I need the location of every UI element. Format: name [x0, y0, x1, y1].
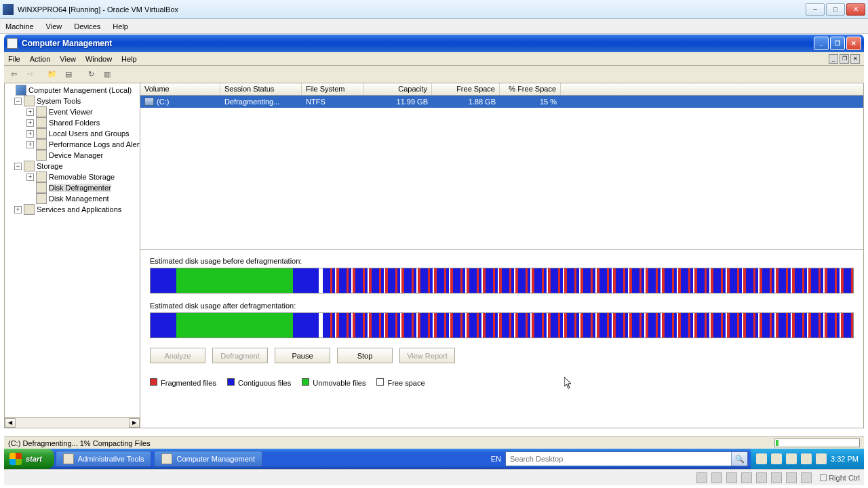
tray-icon[interactable] [756, 453, 767, 464]
mdi-minimize-icon[interactable]: _ [829, 54, 838, 64]
legend-swatch-unmovable [302, 378, 309, 386]
tree-storage[interactable]: Storage [37, 162, 63, 170]
tray-icon[interactable] [786, 453, 797, 464]
cm-menu-file[interactable]: File [8, 55, 20, 63]
pause-button[interactable]: Pause [275, 348, 330, 363]
legend-swatch-fragmented [150, 378, 157, 386]
tree-system-tools[interactable]: System Tools [37, 97, 81, 105]
vbox-maximize-button[interactable]: □ [826, 3, 845, 16]
tray-icon[interactable] [801, 453, 812, 464]
tray-icon[interactable] [771, 453, 782, 464]
cm-menu-action[interactable]: Action [30, 55, 51, 63]
vbox-mouse-icon[interactable] [801, 472, 812, 483]
desktop-search-input[interactable] [506, 455, 731, 463]
col-session-status[interactable]: Session Status [220, 83, 302, 95]
expand-toggle[interactable]: + [26, 174, 34, 181]
computer-management-icon [161, 453, 172, 464]
collapse-toggle[interactable]: − [14, 163, 22, 170]
taskbar-item-computer-management[interactable]: Computer Management [154, 451, 262, 467]
up-folder-icon[interactable]: 📁 [45, 68, 59, 81]
vbox-close-button[interactable]: ✕ [846, 3, 865, 16]
tree-shared-folders[interactable]: Shared Folders [49, 119, 100, 127]
cm-titlebar[interactable]: Computer Management _ ❐ ✕ [4, 35, 864, 52]
status-progress-bar [774, 439, 860, 447]
tray-icon[interactable] [816, 453, 827, 464]
legend-free: Free space [387, 379, 425, 387]
xp-taskbar[interactable]: start Administrative Tools Computer Mana… [4, 449, 864, 469]
volume-list[interactable]: Volume Session Status File System Capaci… [140, 83, 863, 250]
tree-removable-storage[interactable]: Removable Storage [49, 173, 115, 181]
language-indicator[interactable]: EN [487, 455, 505, 463]
start-button[interactable]: start [4, 449, 54, 469]
properties-icon[interactable]: ▤ [62, 68, 75, 81]
vbox-app-icon [3, 4, 14, 15]
event-viewer-icon [36, 106, 47, 117]
vbox-menu-devices[interactable]: Devices [73, 21, 102, 32]
vbox-display-icon[interactable] [771, 472, 782, 483]
scroll-right-icon[interactable]: ▶ [129, 418, 140, 428]
tree-services[interactable]: Services and Applications [37, 205, 121, 214]
tree-device-manager[interactable]: Device Manager [49, 151, 103, 159]
system-tray[interactable]: 3:32 PM [751, 449, 864, 469]
back-button[interactable]: ⇦ [7, 68, 20, 81]
tree-local-users[interactable]: Local Users and Groups [49, 129, 130, 138]
cm-close-button[interactable]: ✕ [846, 37, 861, 50]
expand-toggle[interactable]: + [26, 119, 34, 127]
volume-list-header: Volume Session Status File System Capaci… [140, 83, 863, 96]
forward-button[interactable]: ⇨ [23, 68, 37, 81]
legend-unmovable: Unmovable files [313, 379, 366, 387]
scroll-left-icon[interactable]: ◀ [5, 418, 16, 428]
export-list-icon[interactable]: ▥ [100, 68, 114, 81]
navigation-tree[interactable]: Computer Management (Local) −System Tool… [5, 83, 140, 428]
search-icon[interactable]: 🔍 [731, 452, 747, 466]
collapse-toggle[interactable]: − [14, 98, 22, 105]
col-free-space[interactable]: Free Space [432, 83, 500, 95]
stop-button[interactable]: Stop [337, 348, 393, 363]
expand-toggle[interactable]: + [26, 141, 34, 148]
volume-session: Defragmenting... [220, 98, 302, 106]
tree-event-viewer[interactable]: Event Viewer [49, 108, 93, 116]
vbox-network-icon[interactable] [726, 472, 737, 483]
vbox-menu-view[interactable]: View [45, 21, 64, 32]
storage-icon [24, 161, 35, 171]
vbox-recording-icon[interactable] [786, 472, 797, 483]
cm-minimize-button[interactable]: _ [814, 37, 829, 50]
expand-toggle[interactable]: + [26, 108, 34, 116]
cm-menu-window[interactable]: Window [85, 55, 112, 63]
mdi-close-icon[interactable]: ✕ [850, 54, 860, 64]
col-pct-free[interactable]: % Free Space [500, 83, 561, 95]
taskbar-item-admin-tools[interactable]: Administrative Tools [56, 451, 152, 467]
col-volume[interactable]: Volume [140, 83, 220, 95]
device-manager-icon [36, 150, 47, 161]
tree-horizontal-scrollbar[interactable]: ◀ ▶ [5, 417, 140, 428]
vbox-shared-folders-icon[interactable] [756, 472, 767, 483]
before-label: Estimated disk usage before defragmentat… [150, 257, 854, 265]
cm-menu-view[interactable]: View [60, 55, 76, 63]
vbox-cd-icon[interactable] [711, 472, 722, 483]
cm-restore-button[interactable]: ❐ [830, 37, 845, 50]
defragment-button: Defragment [212, 348, 268, 363]
tree-root[interactable]: Computer Management (Local) [28, 86, 132, 94]
expand-toggle[interactable]: + [26, 130, 34, 138]
after-label: Estimated disk usage after defragmentati… [150, 302, 854, 310]
vbox-usb-icon[interactable] [741, 472, 752, 483]
col-file-system[interactable]: File System [302, 83, 364, 95]
refresh-icon[interactable]: ↻ [84, 68, 98, 81]
vbox-status-bar: Right Ctrl [4, 469, 864, 485]
col-capacity[interactable]: Capacity [364, 83, 432, 95]
vbox-menu-help[interactable]: Help [111, 21, 130, 32]
taskbar-clock[interactable]: 3:32 PM [831, 455, 859, 463]
volume-row-c[interactable]: (C:) Defragmenting... NTFS 11.99 GB 1.88… [140, 96, 863, 108]
tree-disk-defragmenter[interactable]: Disk Defragmenter [49, 184, 111, 192]
mdi-restore-icon[interactable]: ❐ [840, 54, 849, 64]
vbox-menu-machine[interactable]: Machine [4, 21, 35, 32]
vbox-minimize-button[interactable]: – [806, 3, 825, 16]
defrag-bar-after [150, 312, 854, 338]
vbox-hdd-icon[interactable] [696, 472, 707, 483]
expand-toggle[interactable]: + [14, 206, 22, 214]
tree-disk-management[interactable]: Disk Management [49, 195, 109, 203]
desktop-search[interactable]: 🔍 [505, 451, 748, 466]
vbox-host-key: Right Ctrl [820, 474, 860, 482]
cm-menu-help[interactable]: Help [121, 55, 137, 63]
tree-perf-logs[interactable]: Performance Logs and Alerts [49, 140, 140, 148]
